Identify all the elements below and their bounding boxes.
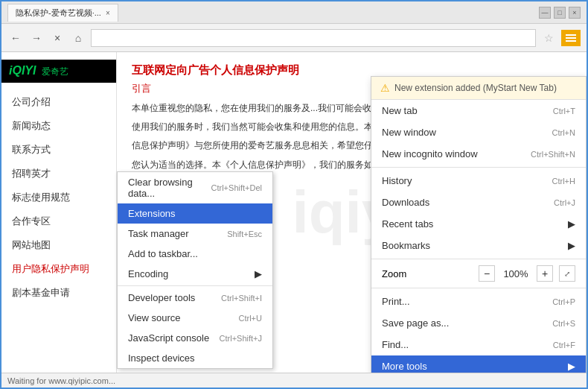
ctx-js-console-shortcut: Ctrl+Shift+J — [220, 334, 262, 343]
close-button[interactable]: × — [569, 7, 581, 19]
svg-rect-1 — [566, 37, 576, 39]
ctx-dev-tools-shortcut: Ctrl+Shift+I — [221, 294, 262, 303]
page-content-area: iQIYI 爱奇艺 公司介绍 新闻动态 联系方式 招聘英才 标志使用规范 合作专… — [1, 52, 587, 373]
dd-bookmarks-arrow: ▶ — [568, 240, 575, 251]
sidebar-item-script-fund[interactable]: 剧本基金申请 — [1, 281, 116, 305]
ctx-js-console[interactable]: JavaScript console Ctrl+Shift+J — [118, 328, 272, 348]
bookmark-star-icon[interactable]: ☆ — [540, 30, 557, 46]
dd-print[interactable]: Print... Ctrl+P — [371, 291, 586, 312]
zoom-fullscreen-button[interactable]: ⤢ — [559, 265, 575, 282]
home-button[interactable]: ⌂ — [70, 30, 86, 46]
zoom-value: 100% — [501, 268, 531, 279]
sidebar-item-recruit[interactable]: 招聘英才 — [1, 162, 116, 186]
ctx-dev-tools-label: Developer tools — [128, 292, 195, 303]
dropdown-menu: ⚠ New extension added (MyStart New Tab) … — [371, 76, 587, 373]
iqiyi-chinese-name: 爱奇艺 — [42, 66, 68, 77]
ctx-extensions-label: Extensions — [128, 208, 176, 219]
dd-new-window[interactable]: New window Ctrl+N — [371, 121, 586, 143]
chrome-menu-button[interactable] — [561, 30, 581, 46]
sidebar-item-company[interactable]: 公司介绍 — [1, 90, 116, 114]
sidebar-item-contact[interactable]: 联系方式 — [1, 138, 116, 162]
dd-new-tab-shortcut: Ctrl+T — [553, 107, 575, 116]
zoom-label: Zoom — [382, 268, 473, 279]
ctx-extensions[interactable]: Extensions — [118, 203, 272, 224]
dd-incognito-label: New incognito window — [382, 148, 478, 159]
status-text: Waiting for www.qiyipic.com... — [7, 376, 115, 385]
ctx-inspect-devices-label: Inspect devices — [128, 352, 195, 364]
dd-history-shortcut: Ctrl+H — [552, 177, 575, 186]
dd-downloads-shortcut: Ctrl+J — [554, 198, 575, 207]
dd-print-label: Print... — [382, 296, 410, 307]
ctx-add-taskbar[interactable]: Add to taskbar... — [118, 244, 272, 264]
dd-more-tools-arrow: ▶ — [568, 361, 575, 372]
dd-recent-tabs[interactable]: Recent tabs ▶ — [371, 213, 586, 235]
iqiyi-brand-icon: iQIYI — [9, 64, 36, 77]
dd-save-page-label: Save page as... — [382, 317, 449, 329]
dd-find-label: Find... — [382, 339, 409, 350]
dd-new-window-shortcut: Ctrl+N — [552, 128, 575, 137]
dd-incognito[interactable]: New incognito window Ctrl+Shift+N — [371, 143, 586, 165]
dd-new-tab-label: New tab — [382, 105, 418, 116]
dd-recent-tabs-label: Recent tabs — [382, 218, 433, 230]
sidebar-item-partners[interactable]: 合作专区 — [1, 209, 116, 233]
ctx-encoding-label: Encoding — [128, 268, 168, 279]
dd-bookmarks[interactable]: Bookmarks ▶ — [371, 235, 586, 256]
notification-bar: ⚠ New extension added (MyStart New Tab) — [371, 77, 586, 100]
dd-downloads[interactable]: Downloads Ctrl+J — [371, 192, 586, 213]
dd-divider-3 — [371, 288, 586, 288]
sidebar-item-news[interactable]: 新闻动态 — [1, 114, 116, 138]
tab-title: 隐私保护-爱奇艺视频·... — [16, 7, 101, 19]
ctx-clear-browsing[interactable]: Clear browsing data... Ctrl+Shift+Del — [118, 172, 272, 203]
browser-tab[interactable]: 隐私保护-爱奇艺视频·... × — [7, 4, 118, 22]
ctx-view-source[interactable]: View source Ctrl+U — [118, 308, 272, 328]
ctx-task-shortcut: Shift+Esc — [227, 230, 262, 238]
dd-history[interactable]: History Ctrl+H — [371, 170, 586, 192]
svg-rect-2 — [566, 40, 576, 42]
dd-find[interactable]: Find... Ctrl+F — [371, 334, 586, 355]
dd-print-shortcut: Ctrl+P — [552, 297, 575, 306]
dd-incognito-shortcut: Ctrl+Shift+N — [531, 150, 575, 159]
maximize-button[interactable]: □ — [554, 7, 566, 19]
sidebar-item-logo-rules[interactable]: 标志使用规范 — [1, 186, 116, 209]
dd-history-label: History — [382, 175, 412, 186]
tab-close-button[interactable]: × — [106, 9, 110, 17]
zoom-in-button[interactable]: + — [537, 265, 553, 282]
dd-save-page-shortcut: Ctrl+S — [552, 319, 575, 328]
ctx-add-taskbar-label: Add to taskbar... — [128, 248, 198, 259]
zoom-out-button[interactable]: − — [479, 265, 495, 282]
sidebar-item-privacy[interactable]: 用户隐私保护声明 — [1, 257, 116, 281]
notification-icon: ⚠ — [380, 82, 390, 94]
dd-more-tools[interactable]: More tools ▶ — [371, 355, 586, 373]
dd-bookmarks-label: Bookmarks — [382, 240, 430, 251]
ctx-encoding[interactable]: Encoding ▶ — [118, 264, 272, 284]
ctx-clear-shortcut: Ctrl+Shift+Del — [211, 183, 262, 192]
ctx-divider-1 — [118, 285, 272, 286]
ctx-encoding-arrow: ▶ — [255, 268, 262, 279]
iqiyi-logo-text: iQIYI 爱奇艺 — [9, 64, 109, 78]
dd-new-window-label: New window — [382, 127, 436, 138]
minimize-button[interactable]: — — [539, 7, 551, 19]
dd-new-tab[interactable]: New tab Ctrl+T — [371, 100, 586, 121]
ctx-task-manager-label: Task manager — [128, 228, 189, 239]
left-sidebar: iQIYI 爱奇艺 公司介绍 新闻动态 联系方式 招聘英才 标志使用规范 合作专… — [1, 52, 117, 373]
ctx-task-manager[interactable]: Task manager Shift+Esc — [118, 224, 272, 244]
title-bar: 隐私保护-爱奇艺视频·... × — □ × — [1, 1, 587, 24]
status-bar: Waiting for www.qiyipic.com... — [1, 373, 587, 388]
dd-recent-tabs-arrow: ▶ — [568, 218, 575, 230]
svg-rect-0 — [566, 34, 576, 36]
ctx-clear-browsing-label: Clear browsing data... — [128, 177, 211, 199]
sidebar-item-sitemap[interactable]: 网站地图 — [1, 233, 116, 257]
ctx-dev-tools[interactable]: Developer tools Ctrl+Shift+I — [118, 288, 272, 308]
reload-close-button[interactable]: × — [49, 30, 65, 46]
ctx-view-source-shortcut: Ctrl+U — [239, 314, 262, 323]
back-button[interactable]: ← — [7, 30, 24, 46]
dd-divider-1 — [371, 167, 586, 168]
address-bar[interactable] — [91, 29, 536, 47]
window-controls: — □ × — [539, 7, 581, 19]
dd-find-shortcut: Ctrl+F — [553, 341, 575, 350]
ctx-view-source-label: View source — [128, 312, 181, 323]
forward-button[interactable]: → — [28, 30, 45, 46]
iqiyi-header: iQIYI 爱奇艺 — [1, 60, 116, 83]
dd-save-page[interactable]: Save page as... Ctrl+S — [371, 312, 586, 334]
ctx-inspect-devices[interactable]: Inspect devices — [118, 348, 272, 368]
